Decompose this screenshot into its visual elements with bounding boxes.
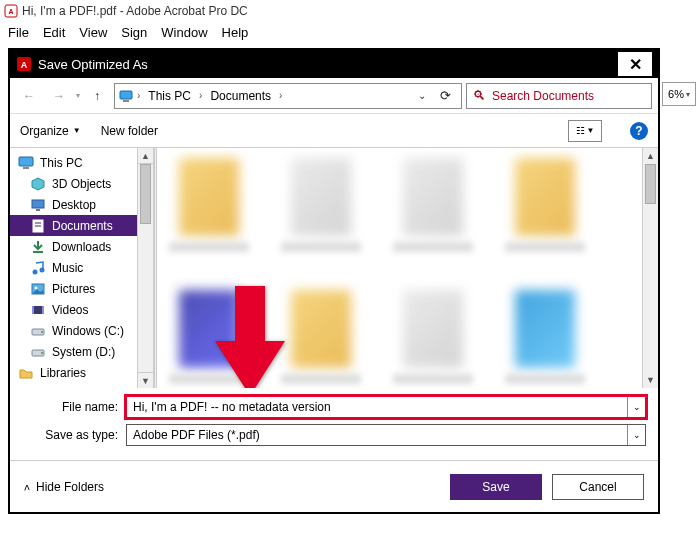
svg-text:A: A <box>21 60 28 70</box>
tree-item-3d-objects[interactable]: 3D Objects <box>10 173 138 194</box>
file-item[interactable] <box>169 158 249 264</box>
file-item[interactable] <box>281 290 361 388</box>
tree-item-system-d-[interactable]: System (D:) <box>10 341 138 362</box>
tree-item-windows-c-[interactable]: Windows (C:) <box>10 320 138 341</box>
tree-item-label: Music <box>52 261 83 275</box>
tree-item-label: Windows (C:) <box>52 324 124 338</box>
thumbnails <box>157 148 658 388</box>
close-icon: ✕ <box>629 55 642 74</box>
tree-item-this-pc[interactable]: This PC <box>10 152 138 173</box>
svg-point-23 <box>41 331 43 333</box>
tree-item-music[interactable]: Music <box>10 257 138 278</box>
menu-file[interactable]: File <box>8 25 29 40</box>
tree-item-libraries[interactable]: Libraries <box>10 362 138 383</box>
filename-combo[interactable]: ⌄ <box>126 396 646 418</box>
file-item[interactable] <box>505 290 585 388</box>
tree-scrollbar[interactable]: ▲ ▼ <box>137 148 153 388</box>
content-scrollbar[interactable]: ▲ ▼ <box>642 148 658 388</box>
scroll-down-icon[interactable]: ▼ <box>138 372 153 388</box>
tree-item-pictures[interactable]: Pictures <box>10 278 138 299</box>
save-button[interactable]: Save <box>450 474 542 500</box>
address-bar[interactable]: › This PC › Documents › ⌄ ⟳ <box>114 83 462 109</box>
menu-edit[interactable]: Edit <box>43 25 65 40</box>
tree-item-label: Downloads <box>52 240 111 254</box>
tree-item-label: Videos <box>52 303 88 317</box>
chevron-right-icon: › <box>197 90 204 101</box>
file-item[interactable] <box>169 290 249 388</box>
tree-item-label: System (D:) <box>52 345 115 359</box>
folder-icon <box>18 365 34 381</box>
scroll-down-icon[interactable]: ▼ <box>643 372 658 388</box>
organize-button[interactable]: Organize ▼ <box>20 124 81 138</box>
forward-button: → <box>46 83 72 109</box>
help-button[interactable]: ? <box>630 122 648 140</box>
refresh-button[interactable]: ⟳ <box>434 88 457 103</box>
new-folder-button[interactable]: New folder <box>101 124 158 138</box>
svg-point-25 <box>41 352 43 354</box>
hide-folders-button[interactable]: ʌ Hide Folders <box>24 480 104 494</box>
desktop-icon <box>30 197 46 213</box>
video-icon <box>30 302 46 318</box>
svg-rect-20 <box>32 306 34 314</box>
doc-icon <box>30 218 46 234</box>
svg-rect-5 <box>123 100 129 102</box>
address-history-dropdown[interactable]: ⌄ <box>412 90 432 101</box>
tree-item-label: Pictures <box>52 282 95 296</box>
breadcrumb-this-pc[interactable]: This PC <box>144 89 195 103</box>
filename-input[interactable] <box>127 397 627 417</box>
help-icon: ? <box>635 124 642 138</box>
file-item[interactable] <box>393 290 473 388</box>
search-input[interactable]: 🔍︎ Search Documents <box>466 83 652 109</box>
file-list[interactable]: ▲ ▼ <box>157 148 658 388</box>
caret-up-icon: ʌ <box>24 481 30 492</box>
menu-sign[interactable]: Sign <box>121 25 147 40</box>
chevron-down-icon[interactable]: ⌄ <box>627 397 645 417</box>
file-item[interactable] <box>393 158 473 264</box>
menu-help[interactable]: Help <box>222 25 249 40</box>
download-icon <box>30 239 46 255</box>
menu-window[interactable]: Window <box>161 25 207 40</box>
scroll-thumb[interactable] <box>645 164 656 204</box>
chevron-right-icon: › <box>135 90 142 101</box>
history-dropdown[interactable]: ▾ <box>76 91 80 100</box>
app-titlebar: A Hi, I'm a PDF!.pdf - Adobe Acrobat Pro… <box>0 0 700 22</box>
zoom-indicator[interactable]: 6% <box>662 82 696 106</box>
chevron-down-icon: ▼ <box>73 126 81 135</box>
tree-item-downloads[interactable]: Downloads <box>10 236 138 257</box>
form-area: File name: ⌄ Save as type: Adobe PDF Fil… <box>10 388 658 460</box>
breadcrumb-documents[interactable]: Documents <box>206 89 275 103</box>
scroll-up-icon[interactable]: ▲ <box>643 148 658 164</box>
chevron-right-icon: › <box>277 90 284 101</box>
tree-item-label: Documents <box>52 219 113 233</box>
file-item[interactable] <box>281 158 361 264</box>
tree-item-videos[interactable]: Videos <box>10 299 138 320</box>
monitor-icon <box>18 155 34 171</box>
svg-rect-4 <box>120 91 132 99</box>
toolbar: Organize ▼ New folder ☷ ▼ ? <box>10 114 658 148</box>
chevron-down-icon: ▼ <box>587 126 595 135</box>
file-item[interactable] <box>505 158 585 264</box>
scroll-up-icon[interactable]: ▲ <box>138 148 153 164</box>
scroll-thumb[interactable] <box>140 164 151 224</box>
nav-tree: This PC3D ObjectsDesktopDocumentsDownloa… <box>10 148 154 388</box>
arrow-left-icon: ← <box>23 89 35 103</box>
svg-marker-8 <box>32 178 44 190</box>
arrow-right-icon: → <box>53 89 65 103</box>
dialog-titlebar: A Save Optimized As ✕ <box>10 50 658 78</box>
tree-item-desktop[interactable]: Desktop <box>10 194 138 215</box>
app-title: Hi, I'm a PDF!.pdf - Adobe Acrobat Pro D… <box>22 4 248 18</box>
back-button[interactable]: ← <box>16 83 42 109</box>
svg-point-16 <box>40 267 45 272</box>
up-button[interactable]: ↑ <box>84 83 110 109</box>
chevron-down-icon[interactable]: ⌄ <box>627 425 645 445</box>
tree-item-documents[interactable]: Documents <box>10 215 138 236</box>
close-button[interactable]: ✕ <box>618 52 652 76</box>
menu-view[interactable]: View <box>79 25 107 40</box>
view-mode-button[interactable]: ☷ ▼ <box>568 120 602 142</box>
menubar: File Edit View Sign Window Help <box>0 22 700 42</box>
cancel-button[interactable]: Cancel <box>552 474 644 500</box>
svg-rect-6 <box>19 157 33 166</box>
monitor-icon <box>119 89 133 103</box>
tree-item-label: 3D Objects <box>52 177 111 191</box>
filetype-combo[interactable]: Adobe PDF Files (*.pdf) ⌄ <box>126 424 646 446</box>
